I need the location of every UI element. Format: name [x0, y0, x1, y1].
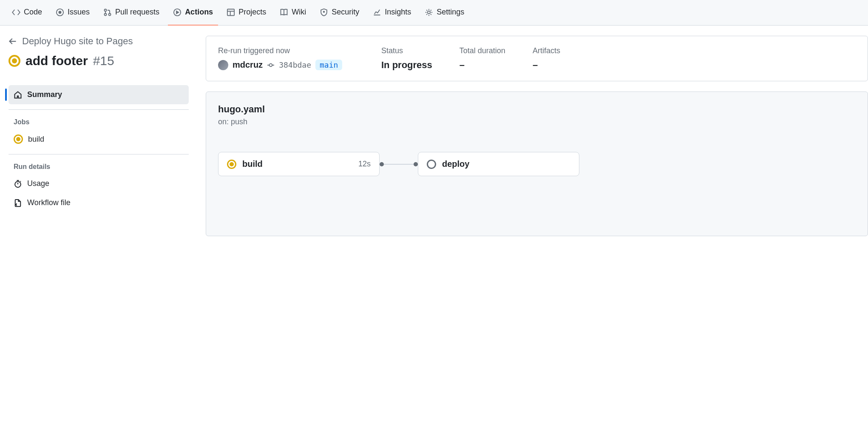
run-number: #15 — [93, 54, 114, 68]
workflow-trigger: on: push — [218, 117, 856, 126]
commit-sha[interactable]: 384bdae — [279, 60, 311, 69]
gear-icon — [425, 8, 433, 17]
workflow-file-icon — [14, 199, 22, 207]
trigger-label: Re-run triggered now — [218, 46, 354, 55]
job-node-deploy[interactable]: deploy — [418, 152, 579, 176]
job-name: deploy — [442, 159, 564, 169]
job-node-build[interactable]: build 12s — [218, 152, 380, 176]
table-icon — [227, 8, 235, 17]
run-title-row: add footer #15 — [9, 54, 189, 68]
status-in-progress-icon — [9, 55, 20, 67]
nav-label: Security — [332, 8, 359, 17]
duration-label: Total duration — [460, 46, 505, 55]
nav-actions[interactable]: Actions — [168, 0, 218, 26]
workflow-file-name: hugo.yaml — [218, 104, 856, 115]
stopwatch-icon — [14, 180, 22, 188]
graph-icon — [373, 8, 381, 17]
status-in-progress-icon — [14, 134, 23, 144]
breadcrumb-back[interactable]: Deploy Hugo site to Pages — [9, 36, 189, 47]
sidebar-workflow-file[interactable]: Workflow file — [9, 193, 189, 212]
job-graph: build 12s deploy — [218, 152, 856, 176]
nav-settings[interactable]: Settings — [420, 0, 469, 26]
svg-point-4 — [109, 13, 111, 15]
nav-projects[interactable]: Projects — [221, 0, 271, 26]
status-in-progress-icon — [227, 160, 236, 169]
sidebar-jobs-heading: Jobs — [9, 110, 189, 129]
repo-nav: Code Issues Pull requests Actions Projec… — [0, 0, 868, 26]
nav-label: Insights — [385, 8, 411, 17]
nav-label: Issues — [68, 8, 90, 17]
nav-security[interactable]: Security — [315, 0, 364, 26]
avatar[interactable] — [218, 60, 228, 70]
sidebar-usage[interactable]: Usage — [9, 174, 189, 193]
book-icon — [280, 8, 288, 17]
sidebar-item-label: Workflow file — [27, 198, 71, 207]
branch-badge[interactable]: main — [315, 60, 342, 70]
commit-icon — [267, 61, 275, 69]
issue-icon — [56, 8, 64, 17]
code-icon — [12, 8, 20, 17]
nav-label: Settings — [437, 8, 464, 17]
nav-label: Code — [24, 8, 42, 17]
nav-issues[interactable]: Issues — [51, 0, 95, 26]
duration-value: – — [460, 60, 505, 71]
shield-icon — [320, 8, 328, 17]
sidebar-job-build[interactable]: build — [9, 129, 189, 149]
sidebar-item-label: build — [28, 135, 44, 144]
status-value: In progress — [381, 60, 432, 71]
home-icon — [14, 91, 22, 99]
workflow-graph-card: hugo.yaml on: push build 12s deploy — [206, 91, 868, 236]
run-sidebar: Deploy Hugo site to Pages add footer #15… — [0, 26, 196, 246]
svg-point-7 — [323, 11, 325, 12]
nav-label: Projects — [238, 8, 266, 17]
svg-rect-6 — [227, 9, 234, 15]
artifacts-label: Artifacts — [533, 46, 560, 55]
svg-point-3 — [105, 13, 107, 15]
sidebar-details-heading: Run details — [9, 154, 189, 174]
job-name: build — [242, 159, 352, 169]
status-label: Status — [381, 46, 432, 55]
nav-label: Wiki — [292, 8, 306, 17]
sidebar-item-label: Summary — [27, 90, 62, 99]
sidebar-item-label: Usage — [27, 179, 49, 188]
svg-point-10 — [269, 63, 272, 66]
nav-code[interactable]: Code — [7, 0, 47, 26]
sidebar-summary[interactable]: Summary — [9, 85, 189, 104]
nav-wiki[interactable]: Wiki — [275, 0, 311, 26]
nav-label: Actions — [185, 8, 213, 17]
job-duration: 12s — [358, 160, 371, 169]
pull-request-icon — [103, 8, 112, 17]
play-icon — [173, 8, 182, 17]
breadcrumb-label: Deploy Hugo site to Pages — [22, 36, 133, 47]
run-title: add footer — [26, 54, 88, 68]
nav-pulls[interactable]: Pull requests — [98, 0, 165, 26]
nav-insights[interactable]: Insights — [368, 0, 416, 26]
svg-point-2 — [105, 9, 107, 11]
svg-point-8 — [428, 11, 430, 13]
artifacts-value: – — [533, 60, 560, 71]
arrow-left-icon — [9, 37, 17, 46]
actor-name[interactable]: mdcruz — [233, 60, 263, 70]
nav-label: Pull requests — [115, 8, 159, 17]
run-main: Re-run triggered now mdcruz 384bdae main… — [196, 26, 868, 246]
job-connector — [380, 162, 418, 166]
svg-point-1 — [59, 11, 61, 13]
status-queued-icon — [427, 160, 436, 169]
summary-card: Re-run triggered now mdcruz 384bdae main… — [206, 36, 868, 81]
